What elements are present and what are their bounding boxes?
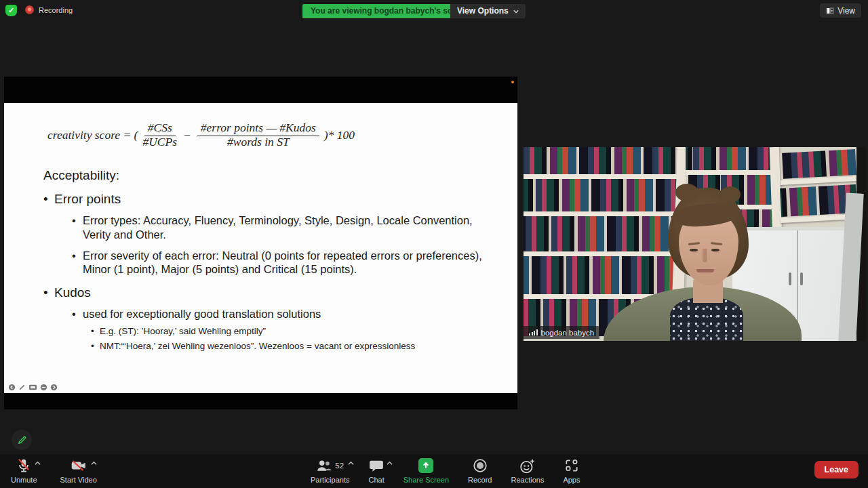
hair-curl [675,184,698,201]
chat-bubble-icon [369,458,384,473]
chat-label: Chat [368,476,384,484]
recording-dot-icon [25,5,34,14]
shared-screen-area: creativity score = ( #CSs #UCPs − #error… [4,77,517,409]
view-button-label: View [837,6,855,16]
start-video-button[interactable]: Start Video [60,458,97,484]
bullet-error-severity: Error severity of each error: Neutral (0… [72,249,490,277]
mic-muted-icon [16,458,32,474]
chat-button[interactable]: Chat [368,458,384,484]
view-layout-icon [826,7,834,15]
bookshelf-row [686,147,774,170]
participant-name-label: bogdan babych [541,329,595,337]
share-screen-button[interactable]: Share Screen [403,458,449,484]
eye [690,249,698,251]
formula-minus-operator: − [183,128,191,142]
slide-letterbox-top [4,77,517,103]
bookshelf-row [524,256,678,294]
frame-icon[interactable] [28,384,37,391]
participants-icon [316,458,332,473]
fraction1-denominator: #UCPs [142,133,177,148]
apps-icon [564,458,579,473]
participants-count: 52 [335,462,344,470]
leave-button[interactable]: Leave [814,461,859,479]
bullet-kudos-usage: used for exceptionally good translation … [72,307,490,321]
chevron-down-icon [513,9,519,14]
participant-video-tile[interactable]: bogdan babych [524,147,866,341]
unmute-button[interactable]: Unmute [11,458,37,484]
video-options-chevron-icon[interactable] [91,460,97,466]
start-video-label: Start Video [60,476,97,484]
bullet-kudos: Kudos [43,285,517,300]
bookshelf-row [524,179,678,211]
participants-label: Participants [311,476,349,484]
slide-annotation-toolbar [8,384,58,391]
hair-curl [720,186,741,203]
participant-name-tag: bogdan babych [524,326,599,339]
pen-icon[interactable] [18,384,26,391]
formula-prefix: creativity score = ( [47,128,138,142]
formula-fraction-2: #error points — #Kudos #words in ST [197,121,319,149]
reactions-button[interactable]: Reactions [511,458,544,484]
bookshelf-row [780,149,857,179]
record-button[interactable]: Record [468,458,492,484]
bullet-error-points: Error points [43,192,517,207]
share-screen-label: Share Screen [403,476,449,484]
fraction2-denominator: #words in ST [227,133,290,148]
bullet-error-types: Error types: Accuracy, Fluency, Terminol… [72,214,490,242]
meeting-control-bar: Unmute Start Video [0,454,868,488]
annotate-pencil-button[interactable] [12,430,32,450]
view-options-button[interactable]: View Options [450,4,526,18]
mic-options-chevron-icon[interactable] [35,460,41,466]
apps-label: Apps [563,476,580,484]
prev-page-icon[interactable] [8,384,16,391]
bookshelf-row [524,216,678,251]
recording-indicator: Recording [25,5,73,14]
mouth [696,269,714,272]
minus-menu-icon[interactable] [40,384,47,391]
recording-label: Recording [39,6,73,14]
participants-chevron-icon[interactable] [348,460,354,466]
chat-chevron-icon[interactable] [387,460,393,466]
view-button[interactable]: View [820,3,861,18]
meeting-top-bar: ✓ Recording You are viewing bogdan babyc… [0,0,868,19]
eye [711,249,719,251]
bullet-example-st: E.g. (ST): ’Hooray,’ said Wehling emptil… [91,326,517,336]
unmute-label: Unmute [11,476,37,484]
nose [703,249,707,262]
participant-patterned-shirt [670,298,743,341]
pencil-icon [17,435,27,445]
view-options-label: View Options [457,4,509,18]
record-label: Record [468,476,492,484]
bookshelf-row [524,147,678,174]
formula-fraction-1: #CSs #UCPs [142,121,177,149]
zoom-meeting-window: ✓ Recording You are viewing bogdan babyc… [0,0,868,488]
slide-heading: Acceptability: [43,168,517,183]
participants-button[interactable]: 52 Participants [311,458,349,484]
share-screen-icon [418,458,433,473]
security-shield-icon[interactable]: ✓ [5,5,17,16]
slide-letterbox-bottom [4,393,517,409]
apps-button[interactable]: Apps [563,458,580,484]
formula-suffix: )* 100 [324,128,355,142]
camera-off-icon [70,458,87,474]
creativity-score-formula: creativity score = ( #CSs #UCPs − #error… [47,121,517,149]
reactions-smiley-icon [519,458,536,474]
record-icon [473,458,488,473]
presentation-slide: creativity score = ( #CSs #UCPs − #error… [4,103,517,393]
bullet-example-nmt: NMT:“‘Hoera,’ zei Wehling wezenloos”. We… [91,341,517,351]
presenter-pointer-dot [511,81,514,83]
next-page-icon[interactable] [50,384,58,391]
signal-bars-icon [529,329,538,336]
reactions-label: Reactions [511,476,544,484]
